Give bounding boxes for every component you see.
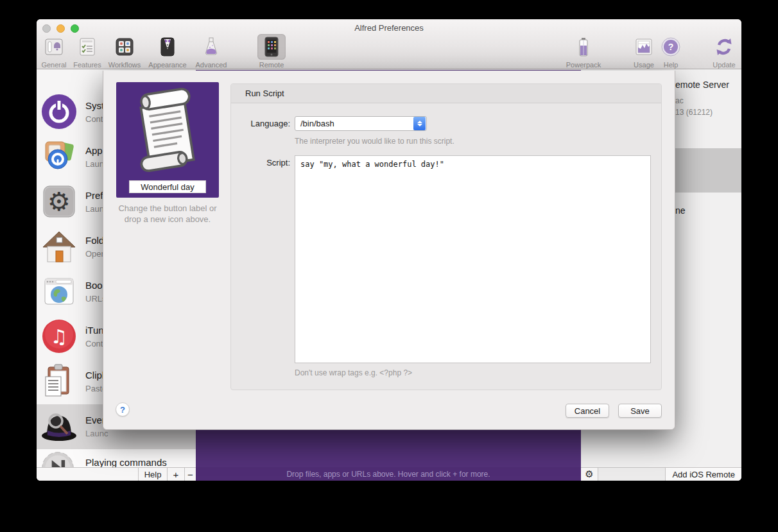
titlebar-toolbar: Alfred Preferences General Features Work… <box>37 19 741 69</box>
sidebar-bottom-bar: Help + − <box>37 467 196 481</box>
update-icon <box>710 34 738 60</box>
power-icon <box>40 93 78 130</box>
appearance-icon <box>153 34 182 60</box>
language-value: /bin/bash <box>295 119 413 128</box>
language-label: Language: <box>239 119 290 128</box>
toolbar-label: Advanced <box>196 61 227 69</box>
dropdown-stepper-icon <box>413 117 426 130</box>
run-script-sheet: Wonderful day Change the button label or… <box>103 71 675 430</box>
button-label-field[interactable]: Wonderful day <box>129 180 206 193</box>
alfred-hat-icon <box>40 408 78 445</box>
toolbar-label: Powerpack <box>566 61 601 69</box>
toolbar-item-advanced[interactable]: Advanced <box>186 34 237 69</box>
script-scroll-icon <box>129 85 206 178</box>
toolbar-label: Appearance <box>148 61 186 69</box>
sheet-help-button[interactable]: ? <box>116 402 130 416</box>
svg-text:⚙: ⚙ <box>48 187 71 216</box>
bottom-bar-spacer <box>598 468 665 481</box>
remote-server-title-fragment: emote Server <box>675 80 729 90</box>
cancel-button[interactable]: Cancel <box>566 404 609 418</box>
tile-caption: Change the button label or drop a new ic… <box>103 203 232 225</box>
toolbar-item-remote[interactable]: Remote <box>246 34 297 69</box>
workflows-icon <box>110 34 139 60</box>
advanced-icon <box>197 34 225 60</box>
toolbar-label: Update <box>713 61 735 69</box>
remote-device-row-fragment: ne <box>675 205 686 216</box>
script-help-text: Don't use wrap tags e.g. <?php ?> <box>295 368 412 377</box>
alfred-preferences-window: Alfred Preferences General Features Work… <box>37 19 741 481</box>
toolbar-label: Features <box>73 61 101 69</box>
dropzone-hint-text: Drop files, apps or URLs above. Hover an… <box>286 470 490 479</box>
toolbar-label: Help <box>664 61 679 69</box>
svg-text:?: ? <box>668 42 674 52</box>
house-icon <box>40 228 78 265</box>
toolbar-item-help[interactable]: ? Help <box>645 34 696 69</box>
save-button[interactable]: Save <box>618 404 662 418</box>
remote-button-tile[interactable]: Wonderful day <box>116 82 219 198</box>
panel-header: Run Script <box>231 84 661 103</box>
remote-icon <box>257 34 286 60</box>
window-title: Alfred Preferences <box>37 23 741 33</box>
toolbar-item-update[interactable]: Update <box>698 34 741 69</box>
toolbar-label: Remote <box>259 61 284 69</box>
clipboard-icon <box>40 363 78 400</box>
language-help-text: The interpreter you would like to run th… <box>295 137 454 146</box>
add-ios-remote-button[interactable]: Add iOS Remote <box>666 468 741 481</box>
run-script-panel: Run Script Language: /bin/bash The inter… <box>230 83 662 390</box>
applications-icon <box>40 138 78 175</box>
remove-page-button[interactable]: − <box>185 468 196 481</box>
script-label: Script: <box>239 158 290 167</box>
browser-globe-icon <box>40 273 78 310</box>
toolbar-item-powerpack[interactable]: Powerpack <box>558 34 609 69</box>
dropzone-hint-bar: Drop files, apps or URLs above. Hover an… <box>196 467 581 481</box>
remote-server-port-fragment: 13 (61212) <box>675 108 713 117</box>
toolbar-label: Workflows <box>108 61 141 69</box>
help-button[interactable]: Help <box>139 468 167 481</box>
gear-icon: ⚙ <box>585 468 593 480</box>
desktop: Alfred Preferences General Features Work… <box>0 0 778 532</box>
svg-text:♫: ♫ <box>51 325 68 348</box>
itunes-icon: ♫ <box>40 318 78 355</box>
language-dropdown[interactable]: /bin/bash <box>295 116 427 131</box>
help-icon: ? <box>657 34 685 60</box>
powerpack-icon <box>569 34 598 60</box>
remote-bottom-bar: ⚙ Add iOS Remote <box>581 467 741 481</box>
features-icon <box>73 34 101 60</box>
script-textarea[interactable]: say "my, what a wonderful day!" <box>295 155 651 363</box>
gear-icon: ⚙ <box>40 183 78 220</box>
settings-gear-button[interactable]: ⚙ <box>581 468 598 481</box>
remote-server-detail-fragment: ac <box>675 96 684 105</box>
add-page-button[interactable]: + <box>168 468 184 481</box>
